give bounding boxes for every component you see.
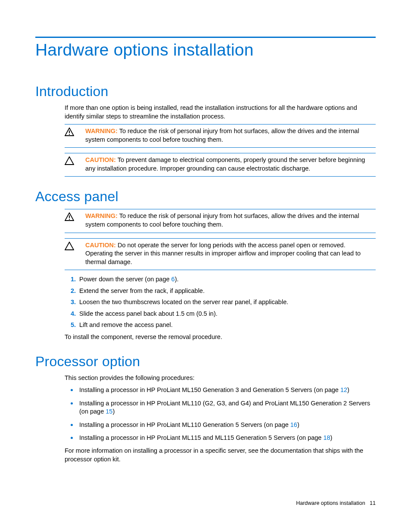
caution-label: CAUTION: [85, 242, 116, 249]
bullet-text-tail: ) [330, 434, 333, 441]
warning-label: WARNING: [85, 128, 118, 134]
warning-icon [65, 128, 74, 139]
step-text: Power down the server (on page [79, 276, 171, 283]
heading-introduction: Introduction [35, 84, 376, 100]
heading-access-panel: Access panel [35, 189, 376, 205]
top-rule [35, 37, 376, 38]
bullet-2: Installing a processor in HP ProLiant ML… [78, 399, 376, 416]
step-3: Loosen the two thumbscrews located on th… [78, 298, 376, 307]
svg-rect-6 [69, 219, 70, 220]
warning-icon [65, 212, 74, 224]
processor-closing: For more information on installing a pro… [65, 447, 376, 464]
processor-bullets: Installing a processor in HP ProLiant ML… [65, 386, 376, 442]
warning-box-access: WARNING: To reduce the risk of personal … [65, 209, 376, 233]
svg-marker-3 [65, 157, 74, 165]
svg-rect-5 [69, 215, 70, 218]
caution-label: CAUTION: [85, 156, 116, 163]
footer-page-number: 11 [370, 500, 376, 506]
step-5: Lift and remove the access panel. [78, 321, 376, 330]
page-ref-link[interactable]: 18 [323, 434, 330, 441]
step-text-tail: ). [175, 276, 179, 283]
footer-text: Hardware options installation [296, 500, 365, 506]
intro-paragraph: If more than one option is being install… [65, 104, 376, 121]
caution-text: Do not operate the server for long perio… [85, 242, 361, 265]
bullet-text: Installing a processor in HP ProLiant ML… [79, 386, 340, 393]
svg-marker-7 [65, 242, 74, 250]
warning-box-intro: WARNING: To reduce the risk of personal … [65, 124, 376, 148]
bullet-4: Installing a processor in HP ProLiant ML… [78, 433, 376, 442]
page-ref-link[interactable]: 12 [340, 386, 347, 393]
bullet-text-tail: ) [112, 408, 115, 415]
caution-text: To prevent damage to electrical componen… [85, 156, 365, 172]
caution-icon [65, 242, 74, 253]
caution-box-access: CAUTION: Do not operate the server for l… [65, 238, 376, 271]
caution-icon [65, 156, 74, 168]
page-ref-link[interactable]: 16 [290, 421, 297, 428]
processor-intro: This section provides the following proc… [65, 374, 376, 383]
bullet-1: Installing a processor in HP ProLiant ML… [78, 386, 376, 395]
heading-processor-option: Processor option [35, 354, 376, 370]
step-2: Extend the server from the rack, if appl… [78, 287, 376, 296]
svg-rect-2 [69, 134, 70, 135]
bullet-text: Installing a processor in HP ProLiant ML… [79, 434, 323, 441]
page-ref-link[interactable]: 15 [106, 408, 112, 415]
page-footer: Hardware options installation 11 [296, 500, 376, 506]
bullet-text: Installing a processor in HP ProLiant ML… [79, 400, 370, 415]
warning-text: To reduce the risk of personal injury fr… [85, 212, 359, 228]
step-1: Power down the server (on page 6). [78, 275, 376, 284]
step-4: Slide the access panel back about 1.5 cm… [78, 310, 376, 318]
caution-box-intro: CAUTION: To prevent damage to electrical… [65, 153, 376, 177]
bullet-3: Installing a processor in HP ProLiant ML… [78, 420, 376, 429]
bullet-text-tail: ) [347, 386, 349, 393]
bullet-text: Installing a processor in HP ProLiant ML… [79, 421, 290, 428]
warning-label: WARNING: [85, 212, 118, 219]
page-ref-link[interactable]: 6 [171, 276, 175, 283]
svg-rect-1 [69, 131, 70, 133]
bullet-text-tail: ) [297, 421, 299, 428]
warning-text: To reduce the risk of personal injury fr… [85, 128, 359, 143]
page-title: Hardware options installation [35, 40, 376, 59]
access-panel-steps: Power down the server (on page 6). Exten… [65, 275, 376, 330]
access-closing: To install the component, reverse the re… [65, 333, 376, 342]
